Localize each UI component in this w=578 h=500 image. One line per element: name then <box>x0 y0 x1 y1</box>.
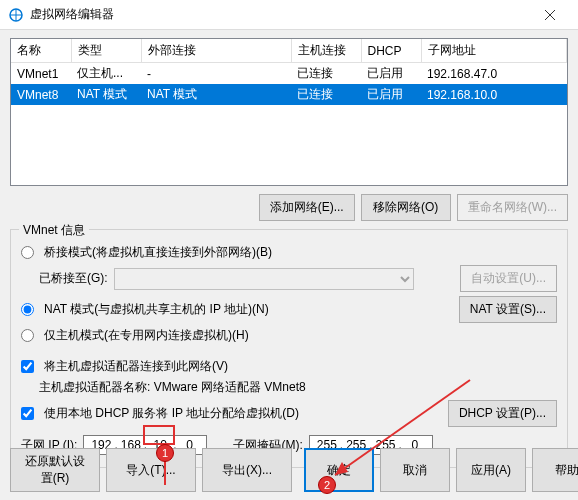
ok-button[interactable]: 确定 <box>304 448 374 492</box>
col-host[interactable]: 主机连接 <box>291 39 361 63</box>
rename-network-button: 重命名网络(W)... <box>457 194 568 221</box>
col-type[interactable]: 类型 <box>71 39 141 63</box>
nat-label: NAT 模式(与虚拟机共享主机的 IP 地址)(N) <box>44 301 269 318</box>
hostonly-radio[interactable] <box>21 329 34 342</box>
export-button[interactable]: 导出(X)... <box>202 448 292 492</box>
app-icon <box>8 7 24 23</box>
group-title: VMnet 信息 <box>19 222 89 239</box>
bridge-select <box>114 268 414 290</box>
col-name[interactable]: 名称 <box>11 39 71 63</box>
remove-network-button[interactable]: 移除网络(O) <box>361 194 451 221</box>
host-adapter-checkbox[interactable] <box>21 360 34 373</box>
host-adapter-name: 主机虚拟适配器名称: VMware 网络适配器 VMnet8 <box>39 379 306 396</box>
vmnet-info-group: VMnet 信息 桥接模式(将虚拟机直接连接到外部网络)(B) 已桥接至(G):… <box>10 229 568 468</box>
nat-radio[interactable] <box>21 303 34 316</box>
host-adapter-label: 将主机虚拟适配器连接到此网络(V) <box>44 358 228 375</box>
window-title: 虚拟网络编辑器 <box>30 6 530 23</box>
bridge-radio[interactable] <box>21 246 34 259</box>
dhcp-checkbox[interactable] <box>21 407 34 420</box>
nat-settings-button[interactable]: NAT 设置(S)... <box>459 296 557 323</box>
table-row[interactable]: VMnet8NAT 模式NAT 模式已连接已启用192.168.10.0 <box>11 84 567 105</box>
import-button[interactable]: 导入(T)... <box>106 448 196 492</box>
apply-button[interactable]: 应用(A) <box>456 448 526 492</box>
dhcp-label: 使用本地 DHCP 服务将 IP 地址分配给虚拟机(D) <box>44 405 299 422</box>
cancel-button[interactable]: 取消 <box>380 448 450 492</box>
close-button[interactable] <box>530 0 570 30</box>
dhcp-settings-button[interactable]: DHCP 设置(P)... <box>448 400 557 427</box>
col-dhcp[interactable]: DHCP <box>361 39 421 63</box>
network-table[interactable]: 名称 类型 外部连接 主机连接 DHCP 子网地址 VMnet1仅主机...-已… <box>10 38 568 186</box>
auto-settings-button: 自动设置(U)... <box>460 265 557 292</box>
restore-defaults-button[interactable]: 还原默认设置(R) <box>10 448 100 492</box>
col-subnet[interactable]: 子网地址 <box>421 39 567 63</box>
col-ext[interactable]: 外部连接 <box>141 39 291 63</box>
table-row[interactable]: VMnet1仅主机...-已连接已启用192.168.47.0 <box>11 63 567 85</box>
help-button[interactable]: 帮助 <box>532 448 578 492</box>
dialog-footer: 还原默认设置(R) 导入(T)... 导出(X)... 确定 取消 应用(A) … <box>10 448 568 492</box>
bridge-to-label: 已桥接至(G): <box>39 270 108 287</box>
title-bar: 虚拟网络编辑器 <box>0 0 578 30</box>
hostonly-label: 仅主机模式(在专用网内连接虚拟机)(H) <box>44 327 249 344</box>
bridge-label: 桥接模式(将虚拟机直接连接到外部网络)(B) <box>44 244 272 261</box>
add-network-button[interactable]: 添加网络(E)... <box>259 194 355 221</box>
